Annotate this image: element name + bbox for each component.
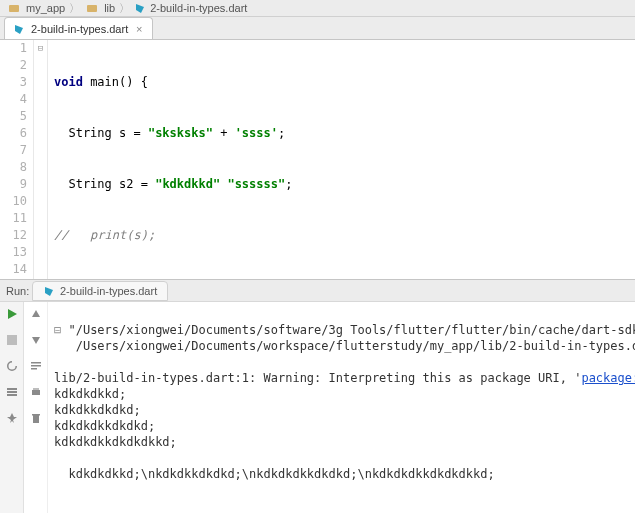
breadcrumb: my_app 〉 lib 〉 2-build-in-types.dart (0, 0, 635, 17)
svg-rect-14 (31, 368, 37, 370)
editor-tab[interactable]: 2-build-in-types.dart × (4, 17, 153, 39)
project-icon (6, 0, 22, 16)
svg-marker-10 (32, 310, 40, 317)
svg-rect-6 (7, 335, 17, 345)
chevron-right-icon: 〉 (119, 1, 130, 16)
dart-file-icon (134, 2, 146, 14)
console-warning: lib/2-build-in-types.dart:1: Warning: In… (54, 371, 581, 385)
folder-icon (84, 0, 100, 16)
run-tab-title: 2-build-in-types.dart (60, 285, 157, 297)
crumb-file[interactable]: 2-build-in-types.dart (150, 2, 247, 14)
console-output[interactable]: ⊟ "/Users/xiongwei/Documents/software/3g… (48, 302, 635, 513)
crumb-folder[interactable]: lib (104, 2, 115, 14)
svg-marker-4 (45, 287, 53, 296)
svg-rect-9 (7, 394, 17, 396)
run-panel: Run: 2-build-in-types.dart ⊟ "/Users/xio… (0, 279, 635, 513)
console-line: "/Users/xiongwei/Documents/software/3g T… (68, 323, 635, 337)
svg-rect-7 (7, 388, 17, 390)
fold-toggle-icon[interactable]: ⊟ (34, 40, 47, 57)
fold-gutter: ⊟ (34, 40, 48, 279)
settings-icon[interactable] (4, 384, 20, 400)
run-label: Run: (0, 285, 32, 297)
svg-rect-8 (7, 391, 17, 393)
svg-rect-17 (33, 415, 39, 423)
run-toolbar-secondary (24, 302, 48, 513)
dart-file-icon (13, 23, 25, 35)
run-header: Run: 2-build-in-types.dart (0, 280, 635, 302)
package-link[interactable]: package: (581, 371, 635, 385)
svg-rect-12 (31, 362, 41, 364)
svg-rect-0 (9, 5, 19, 12)
chevron-right-icon: 〉 (69, 1, 80, 16)
line-gutter: 1 2 3 4 5 6 7 8 9 10 11 12 13 14 (0, 40, 34, 279)
console-line: kdkdkkdkdkd; (54, 403, 141, 417)
code-editor[interactable]: 1 2 3 4 5 6 7 8 9 10 11 12 13 14 ⊟ void … (0, 40, 635, 279)
rerun-icon[interactable] (4, 306, 20, 322)
svg-rect-13 (31, 365, 41, 367)
dart-file-icon (43, 285, 55, 297)
code-area[interactable]: void main() { String s = "sksksks" + 'ss… (48, 40, 635, 279)
soft-wrap-icon[interactable] (28, 358, 44, 374)
svg-marker-11 (32, 337, 40, 344)
crumb-project[interactable]: my_app (26, 2, 65, 14)
console-line: kdkdkdkkdkdkdkkd; (54, 435, 177, 449)
down-icon[interactable] (28, 332, 44, 348)
run-tab[interactable]: 2-build-in-types.dart (32, 281, 168, 301)
svg-rect-15 (32, 390, 40, 395)
svg-marker-3 (15, 25, 23, 34)
console-line: /Users/xiongwei/Documents/workspace/flut… (76, 339, 635, 353)
stop-icon[interactable] (4, 332, 20, 348)
svg-marker-2 (136, 4, 144, 13)
tab-title: 2-build-in-types.dart (31, 23, 128, 35)
editor-tabbar: 2-build-in-types.dart × (0, 17, 635, 40)
console-line: kdkdkdkkd; (54, 387, 126, 401)
restart-icon[interactable] (4, 358, 20, 374)
run-toolbar-left (0, 302, 24, 513)
svg-rect-16 (33, 388, 39, 390)
up-icon[interactable] (28, 306, 44, 322)
fold-toggle-icon[interactable]: ⊟ (54, 323, 68, 337)
trash-icon[interactable] (28, 410, 44, 426)
console-line: kdkdkdkkd;\nkdkdkkdkdkd;\nkdkdkdkkdkdkd;… (54, 467, 495, 481)
print-icon[interactable] (28, 384, 44, 400)
svg-rect-1 (87, 5, 97, 12)
pin-icon[interactable] (4, 410, 20, 426)
close-icon[interactable]: × (134, 24, 144, 34)
console-line: kdkdkdkkdkdkd; (54, 419, 155, 433)
svg-rect-18 (32, 414, 40, 416)
svg-marker-5 (8, 309, 17, 319)
user-annotation: 加了小r的则直接原始 输出，不会对换行符进 行解释的 (238, 252, 378, 279)
